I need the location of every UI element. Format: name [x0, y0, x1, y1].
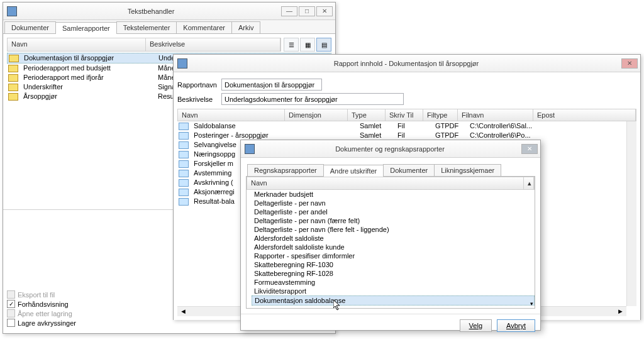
- scroll-down-icon[interactable]: ▾: [530, 300, 533, 307]
- picker-tabs: Regnskapsrapporter Andre utskrifter Doku…: [246, 163, 535, 177]
- list-item[interactable]: Rapporter - spesifiser dimformler: [252, 251, 535, 260]
- list-item[interactable]: Likviditetsrapport: [252, 287, 535, 295]
- folder-icon: [8, 74, 18, 82]
- chk-forhands[interactable]: ✓: [7, 300, 15, 308]
- close-button[interactable]: ✕: [621, 58, 638, 69]
- chk-eksport: [7, 290, 15, 299]
- doc-icon: [179, 189, 189, 196]
- window-title: Tekstbehandler: [21, 8, 281, 15]
- list-item[interactable]: Formueavstemming: [252, 278, 535, 287]
- list-item[interactable]: Skatteberegning RF-1028: [252, 269, 535, 278]
- tab-dokumenter[interactable]: Dokumenter: [383, 164, 435, 176]
- app-icon: [7, 6, 17, 16]
- app-icon: [177, 58, 187, 69]
- col-navn[interactable]: Navn: [8, 38, 146, 51]
- main-tabs: Dokumenter Samlerapporter Tekstelementer…: [3, 20, 335, 34]
- folder-icon: [8, 93, 18, 101]
- doc-icon: [179, 151, 189, 158]
- chk-apne: [7, 309, 15, 317]
- window-title: Rapport innhold - Dokumentasjon til årso…: [191, 60, 621, 67]
- view-grid-button[interactable]: ▦: [300, 38, 315, 52]
- list-item[interactable]: Deltagerliste - per andel: [252, 207, 535, 216]
- doc-icon: [179, 198, 189, 206]
- tab-arkiv[interactable]: Arkiv: [231, 21, 260, 33]
- view-tree-button[interactable]: ☰: [284, 38, 299, 52]
- doc-icon: [179, 132, 189, 140]
- doc-icon: [179, 160, 189, 168]
- label-rapportnavn: Rapportnavn: [177, 81, 221, 89]
- doc-icon: [179, 123, 189, 130]
- titlebar: Rapport innhold - Dokumentasjon til årso…: [174, 55, 640, 72]
- label-eksport: Eksport til fil: [18, 291, 55, 299]
- col-skrivtil[interactable]: Skriv Til: [386, 109, 423, 121]
- label-apne: Åpne etter lagring: [18, 310, 72, 317]
- col-dimensjon[interactable]: Dimensjon: [285, 109, 348, 121]
- col-beskrivelse[interactable]: Beskrivelse: [146, 38, 280, 51]
- table-row[interactable]: SaldobalanseSamletFilGTPDFC:\Controller\…: [177, 121, 636, 131]
- col-filnavn[interactable]: Filnavn: [458, 109, 533, 121]
- col-epost[interactable]: Epost: [533, 109, 636, 121]
- titlebar: Tekstbehandler — □ ✕: [3, 3, 335, 20]
- vertical-scrollbar[interactable]: [626, 121, 636, 306]
- folder-icon: [9, 55, 19, 62]
- titlebar: Dokumenter og regnskapsrapporter ✕: [241, 140, 540, 158]
- scroll-up-icon[interactable]: ▴: [524, 177, 534, 189]
- col-navn[interactable]: Navn: [178, 109, 285, 121]
- label-lagre: Lagre avkryssinger: [18, 319, 76, 327]
- velg-button[interactable]: Velg: [460, 319, 492, 332]
- col-type[interactable]: Type: [348, 109, 386, 121]
- avbryt-button[interactable]: Avbryt: [497, 319, 535, 332]
- col-navn[interactable]: Navn: [247, 177, 524, 189]
- tab-likningsskjemaer[interactable]: Likningsskjemaer: [434, 164, 501, 176]
- doc-icon: [179, 179, 189, 187]
- maximize-button[interactable]: □: [299, 6, 315, 16]
- view-list-button[interactable]: ▤: [316, 38, 331, 52]
- tab-tekstelementer[interactable]: Tekstelementer: [116, 21, 177, 33]
- tab-andre-utskrifter[interactable]: Andre utskrifter: [323, 165, 384, 177]
- tab-dokumenter[interactable]: Dokumenter: [4, 21, 56, 33]
- list-item[interactable]: Merknader budsjett: [252, 190, 535, 199]
- list-item[interactable]: Deltagerliste - per navn: [252, 199, 535, 207]
- list-item[interactable]: Dokumentasjon saldobalanse: [252, 295, 535, 306]
- close-button[interactable]: ✕: [521, 144, 538, 154]
- tab-samlerapporter[interactable]: Samlerapporter: [55, 22, 117, 34]
- folder-icon: [8, 84, 18, 91]
- doc-icon: [179, 170, 189, 177]
- label-beskrivelse: Beskrivelse: [177, 96, 221, 103]
- minimize-button[interactable]: —: [281, 6, 297, 16]
- window-title: Dokumenter og regnskapsrapporter: [258, 145, 521, 153]
- tab-kommentarer[interactable]: Kommentarer: [176, 21, 232, 33]
- picker-window: Dokumenter og regnskapsrapporter ✕ Regns…: [240, 140, 541, 331]
- list-item[interactable]: Aldersfordelt saldoliste kunde: [252, 243, 535, 251]
- folder-icon: [8, 65, 18, 72]
- doc-icon: [179, 141, 189, 149]
- list-item[interactable]: Skatteberegning RF-1030: [252, 260, 535, 269]
- app-icon: [245, 144, 255, 154]
- list-item[interactable]: Deltagerliste - per navn (færre felt): [252, 216, 535, 225]
- list-item[interactable]: Deltagerliste - per navn (flere felt - l…: [252, 225, 535, 234]
- input-beskrivelse[interactable]: [221, 93, 404, 105]
- list-item[interactable]: Aldersfordelt saldoliste: [252, 234, 535, 243]
- tab-regnskapsrapporter[interactable]: Regnskapsrapporter: [247, 164, 324, 176]
- table-row[interactable]: Posteringer - årsoppgjørSamletFilGTPDFC:…: [177, 131, 636, 140]
- picker-list: Merknader budsjett Deltagerliste - per n…: [247, 190, 535, 306]
- close-button[interactable]: ✕: [316, 6, 333, 16]
- chk-lagre[interactable]: [7, 319, 15, 327]
- label-forhands: Forhåndsvisning: [18, 300, 69, 308]
- col-filtype[interactable]: Filtype: [423, 109, 458, 121]
- input-rapportnavn[interactable]: [221, 79, 322, 91]
